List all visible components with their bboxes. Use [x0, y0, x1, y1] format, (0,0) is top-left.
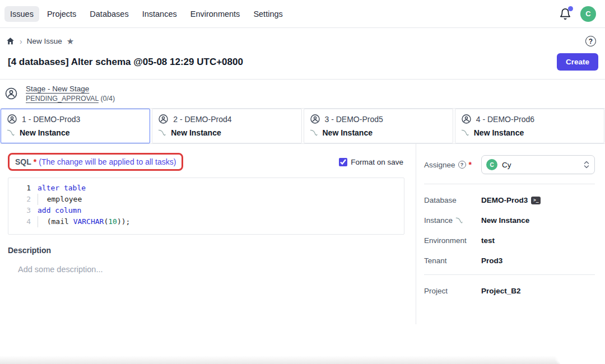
task-card[interactable]: 2 - DEMO-Prod4New Instance	[152, 109, 301, 143]
task-title: 2 - DEMO-Prod4	[173, 115, 231, 124]
divider	[424, 184, 595, 184]
assignee-value: Cy	[502, 161, 511, 169]
format-on-save-label: Format on save	[351, 158, 403, 166]
breadcrumb: › New Issue ★ ?	[0, 28, 605, 51]
top-navigation: IssuesProjectsDatabasesInstancesEnvironm…	[0, 0, 605, 28]
instance-label: Instance	[424, 216, 453, 225]
title-row: [4 databases] Alter schema @05-08 12:29 …	[0, 51, 605, 71]
code-token: (mail	[38, 216, 73, 227]
task-instance: New Instance	[474, 128, 524, 137]
code-token: 10	[108, 216, 117, 227]
main-left-panel: SQL* (The change will be applied to all …	[0, 144, 416, 324]
assignee-label: Assignee	[424, 161, 455, 169]
star-icon[interactable]: ★	[67, 37, 74, 45]
code-line[interactable]: 4 (mail VARCHAR(10));	[8, 216, 404, 227]
topnav-right: C	[559, 6, 596, 22]
notification-dot	[568, 6, 573, 11]
help-icon[interactable]: ?	[585, 36, 596, 46]
field-row-database: Database DEMO-Prod3 >_	[424, 196, 595, 204]
stage-status-link[interactable]: PENDING_APPROVAL	[26, 95, 99, 102]
sql-editor[interactable]: 1alter table2 employee3add column4 (mail…	[8, 178, 404, 235]
tenant-label: Tenant	[424, 256, 447, 265]
assignee-required-mark: *	[469, 160, 472, 169]
issue-sidebar: Assignee ? * C Cy Database DEMO-Prod3 >_	[416, 144, 605, 324]
assignee-help-icon[interactable]: ?	[458, 161, 466, 169]
task-card[interactable]: 3 - DEMO-Prod5New Instance	[304, 109, 453, 143]
task-instance: New Instance	[171, 128, 221, 137]
task-card[interactable]: 4 - DEMO-Prod6New Instance	[455, 109, 604, 143]
project-value: Project_B2	[481, 287, 521, 295]
assignee-avatar: C	[486, 159, 497, 170]
nav-item-instances[interactable]: Instances	[137, 6, 183, 22]
person-circle-icon	[4, 87, 18, 100]
code-token: VARCHAR	[73, 216, 104, 227]
stage-name-link[interactable]: Stage - New Stage	[26, 85, 115, 93]
field-row-project: Project Project_B2	[424, 287, 595, 295]
engine-icon	[310, 129, 318, 137]
user-avatar[interactable]: C	[580, 6, 596, 22]
stage-progress: (0/4)	[100, 95, 115, 102]
assignee-row: Assignee ? * C Cy	[424, 155, 595, 174]
select-stepper-icon	[583, 160, 590, 169]
code-token: alter table	[38, 183, 86, 194]
sql-console-icon[interactable]: >_	[531, 197, 541, 204]
code-line[interactable]: 1alter table	[8, 183, 404, 194]
task-instance: New Instance	[20, 128, 69, 137]
nav-item-settings[interactable]: Settings	[248, 6, 288, 22]
stage-status-line: PENDING_APPROVAL (0/4)	[26, 95, 115, 102]
divider	[424, 274, 595, 275]
assignee-select[interactable]: C Cy	[481, 155, 595, 174]
nav-items: IssuesProjectsDatabasesInstancesEnvironm…	[4, 6, 288, 22]
nav-item-environments[interactable]: Environments	[185, 6, 246, 22]
home-icon[interactable]	[6, 36, 15, 46]
task-instance: New Instance	[323, 128, 373, 137]
nav-item-issues[interactable]: Issues	[4, 6, 39, 22]
description-input[interactable]: Add some description...	[8, 265, 408, 274]
assignee-label-wrap: Assignee ? *	[424, 160, 481, 169]
code-token: employee	[38, 194, 82, 205]
sql-note: (The change will be applied to all tasks…	[39, 157, 176, 166]
field-row-instance: Instance New Instance	[424, 216, 595, 225]
database-value: DEMO-Prod3	[481, 196, 528, 204]
code-line[interactable]: 2 employee	[8, 194, 404, 205]
person-circle-icon	[310, 114, 320, 124]
code-line[interactable]: 3add column	[8, 205, 404, 216]
line-number: 1	[8, 183, 38, 194]
task-title: 1 - DEMO-Prod3	[22, 115, 80, 124]
description-label: Description	[8, 246, 408, 255]
environment-value: test	[481, 236, 495, 245]
nav-item-databases[interactable]: Databases	[84, 6, 134, 22]
line-number: 2	[8, 194, 38, 205]
sql-header-row: SQL* (The change will be applied to all …	[8, 153, 408, 171]
code-token: ));	[117, 216, 130, 227]
environment-label: Environment	[424, 236, 467, 245]
page-title: [4 databases] Alter schema @05-08 12:29 …	[8, 53, 243, 68]
person-circle-icon	[158, 114, 169, 124]
engine-icon	[461, 129, 469, 137]
format-on-save-control[interactable]: Format on save	[339, 158, 408, 166]
format-on-save-checkbox[interactable]	[339, 158, 347, 166]
person-circle-icon	[461, 114, 472, 124]
tenant-value: Prod3	[481, 256, 502, 265]
engine-icon	[158, 129, 166, 137]
field-row-tenant: Tenant Prod3	[424, 256, 595, 265]
sql-label-highlight-box: SQL* (The change will be applied to all …	[8, 153, 183, 171]
engine-icon	[7, 129, 15, 137]
sql-required-mark: *	[34, 157, 36, 166]
instance-value: New Instance	[481, 216, 529, 225]
code-token: (	[104, 216, 108, 227]
sql-label: SQL	[15, 157, 31, 166]
notifications-button[interactable]	[559, 8, 571, 20]
line-number: 3	[8, 205, 38, 216]
breadcrumb-page: New Issue	[27, 37, 62, 45]
code-token: add column	[38, 205, 81, 216]
task-card[interactable]: 1 - DEMO-Prod3New Instance	[1, 109, 150, 143]
create-button[interactable]: Create	[557, 53, 598, 71]
person-circle-icon	[7, 114, 17, 124]
nav-item-projects[interactable]: Projects	[41, 6, 82, 22]
field-row-environment: Environment test	[424, 236, 595, 245]
task-cards-row: 1 - DEMO-Prod3New Instance2 - DEMO-Prod4…	[0, 109, 605, 143]
stage-section: Stage - New Stage PENDING_APPROVAL (0/4)	[0, 80, 605, 108]
engine-icon	[455, 217, 463, 225]
chevron-right-icon: ›	[20, 38, 22, 45]
